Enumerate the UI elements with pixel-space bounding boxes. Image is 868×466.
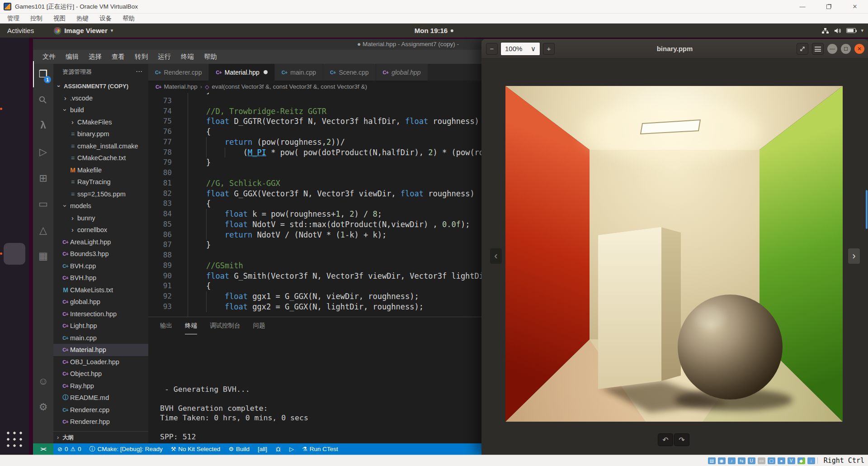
vscode-menu-item[interactable]: 帮助	[199, 52, 222, 61]
tree-item[interactable]: Renderer.hpp	[53, 416, 148, 428]
usb-icon[interactable]: U	[748, 457, 755, 464]
tree-item[interactable]: Bounds3.hpp	[53, 248, 148, 260]
scrollbar-sliver[interactable]	[866, 190, 868, 229]
editor-tab[interactable]: main.cpp	[275, 64, 323, 81]
tree-item[interactable]: Material.hpp	[53, 344, 148, 356]
maximize-button[interactable]	[841, 44, 851, 54]
software-store-icon[interactable]	[4, 156, 25, 178]
tree-item[interactable]: Ray.hpp	[53, 380, 148, 392]
tree-item[interactable]: CMakeCache.txt	[53, 152, 148, 164]
explorer-icon[interactable]: 1	[33, 61, 53, 87]
vbox-menu-item[interactable]: 设备	[94, 14, 117, 23]
tree-item[interactable]: ssp=2,150s.ppm	[53, 188, 148, 200]
tree-item[interactable]: CMakeFiles	[53, 116, 148, 128]
vscode-menu-item[interactable]: 编辑	[61, 52, 84, 61]
audio-icon[interactable]: ♪	[728, 457, 736, 464]
vscode-menu-item[interactable]: 运行	[153, 52, 176, 61]
app-menu-button[interactable]: Image Viewer ▾	[54, 27, 113, 34]
build-target-button[interactable]: [all]	[254, 446, 271, 452]
tree-item[interactable]: CMakeLists.txt	[53, 284, 148, 296]
shared-folders-icon[interactable]: ▭	[758, 457, 765, 464]
editor-tab[interactable]: Material.hpp	[209, 64, 274, 81]
tree-item[interactable]: OBJ_Loader.hpp	[53, 356, 148, 368]
debug-button[interactable]	[271, 446, 285, 452]
minimize-button[interactable]: —	[827, 44, 837, 54]
virtualbox-menu-icon[interactable]: V	[788, 457, 795, 464]
vscode-menu-item[interactable]: 文件	[38, 52, 61, 61]
firefox-icon[interactable]	[4, 40, 25, 62]
maximize-button[interactable]	[816, 0, 842, 13]
zoom-in-button[interactable]: +	[543, 43, 555, 55]
cmake-icon[interactable]	[33, 217, 53, 243]
settings-gear-icon[interactable]	[33, 394, 53, 420]
tree-item[interactable]: global.hpp	[53, 296, 148, 308]
run-ctest-button[interactable]: ⚗ Run CTest	[298, 446, 342, 452]
editor-tab[interactable]: Scene.cpp	[323, 64, 376, 81]
zoom-out-button[interactable]: −	[486, 43, 498, 55]
menu-button[interactable]	[812, 43, 824, 55]
account-icon[interactable]	[33, 368, 53, 394]
run-debug-icon[interactable]	[33, 139, 53, 166]
vscode-menu-item[interactable]: 转到	[130, 52, 153, 61]
fullscreen-button[interactable]	[797, 43, 808, 55]
cmake-status-button[interactable]: ⓘ CMake: [Debug]: Ready	[85, 445, 167, 453]
search-icon[interactable]	[33, 87, 53, 114]
system-tray[interactable]: ▾	[821, 24, 863, 38]
source-control-icon[interactable]	[33, 113, 53, 139]
optical-disc-icon[interactable]: ◉	[718, 457, 726, 464]
tree-item[interactable]: Renderer.cpp	[53, 404, 148, 416]
vscode-icon[interactable]	[4, 98, 25, 120]
tree-item[interactable]: build	[53, 104, 148, 116]
editor-tab[interactable]: global.hpp	[376, 64, 428, 81]
vscode-menu-item[interactable]: 查看	[107, 52, 130, 61]
tree-item[interactable]: ASSIGNMENT7 (COPY)	[53, 80, 148, 92]
tree-item[interactable]: models	[53, 200, 148, 212]
document-app-icon[interactable]	[4, 69, 25, 91]
close-button[interactable]: ✕	[842, 0, 868, 13]
close-button[interactable]: ✕	[854, 44, 864, 54]
vbox-menu-item[interactable]: 管理	[2, 14, 25, 23]
tree-item[interactable]: Light.hpp	[53, 320, 148, 332]
panel-tab[interactable]: 问题	[253, 317, 265, 334]
tree-item[interactable]: README.md	[53, 392, 148, 404]
activities-button[interactable]: Activities	[0, 27, 41, 34]
tree-item[interactable]: binary.ppm	[53, 128, 148, 140]
tree-item[interactable]: cornellbox	[53, 224, 148, 236]
vbox-menu-item[interactable]: 视图	[48, 14, 71, 23]
launch-button[interactable]: ▷	[285, 446, 298, 452]
tree-item[interactable]: BVH.cpp	[53, 260, 148, 272]
tree-item[interactable]: RayTracing	[53, 176, 148, 188]
sublime-text-icon[interactable]	[4, 127, 25, 149]
more-actions-icon[interactable]: ⋯	[136, 67, 143, 76]
dirty-dot-icon[interactable]	[264, 70, 268, 74]
tree-item[interactable]: Makefile	[53, 164, 148, 176]
problems-status[interactable]: ⊘ 0 ⚠ 0	[53, 446, 85, 452]
panel-tab[interactable]: 输出	[160, 317, 172, 334]
display-icon[interactable]: ▢	[768, 457, 775, 464]
network-icon[interactable]: ⇆	[738, 457, 745, 464]
outline-section[interactable]: › 大纲	[53, 431, 148, 443]
show-apps-icon[interactable]	[5, 430, 24, 448]
tree-item[interactable]: Intersection.hpp	[53, 308, 148, 320]
vbox-menu-item[interactable]: 控制	[25, 14, 48, 23]
vscode-menu-item[interactable]: 终端	[176, 52, 199, 61]
extensions-icon[interactable]	[33, 165, 53, 191]
mouse-integration-icon[interactable]: ◆	[797, 457, 805, 464]
tree-item[interactable]: BVH.hpp	[53, 272, 148, 284]
remote-indicator[interactable]: ><	[33, 443, 53, 455]
tree-item[interactable]: AreaLight.hpp	[53, 236, 148, 248]
zoom-level-select[interactable]: 100% ∨	[500, 42, 540, 56]
tree-item[interactable]: Object.hpp	[53, 368, 148, 380]
tree-item[interactable]: bunny	[53, 212, 148, 224]
kit-selection-button[interactable]: ⚒ No Kit Selected	[167, 446, 225, 452]
next-image-button[interactable]: ›	[848, 248, 860, 264]
editor-tab[interactable]: Renderer.cpp	[148, 64, 209, 81]
keyboard-capture-icon[interactable]: ↓	[807, 457, 815, 464]
harddisk-icon[interactable]: ▤	[708, 457, 716, 464]
tree-item[interactable]: main.cpp	[53, 332, 148, 344]
remote-explorer-icon[interactable]	[33, 191, 53, 218]
rotate-left-button[interactable]: ↶	[658, 433, 673, 446]
clock-button[interactable]: Mon 19:16	[415, 24, 453, 38]
panel-tab[interactable]: 调试控制台	[210, 317, 241, 334]
tree-item[interactable]: .vscode	[53, 92, 148, 105]
